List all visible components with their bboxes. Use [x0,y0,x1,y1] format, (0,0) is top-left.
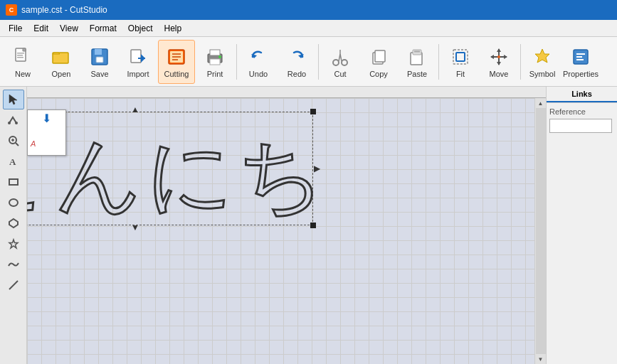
cut-button[interactable]: Cut [322,40,359,84]
svg-marker-56 [9,219,18,228]
fit-icon [449,46,472,68]
tool-zoom[interactable] [3,131,24,151]
svg-rect-54 [9,179,18,185]
svg-line-50 [16,143,19,146]
page-thumbnail: ⬇ A [27,109,66,156]
save-label: Save [90,70,108,78]
left-toolbar: A [0,87,27,364]
open-button[interactable]: Open [43,40,80,84]
symbol-label: Symbol [529,70,556,78]
tool-wave[interactable] [3,255,24,274]
properties-icon [569,46,592,68]
menu-help[interactable]: Help [159,21,188,36]
fit-label: Fit [456,70,465,78]
cut-icon [329,46,352,68]
svg-marker-46 [9,95,17,105]
svg-marker-36 [497,48,501,52]
svg-marker-39 [504,55,507,59]
paste-icon [406,46,428,68]
svg-marker-37 [497,62,501,65]
print-label: Print [207,70,223,78]
copy-button[interactable]: Copy [360,40,397,84]
rp-reference-input[interactable] [549,119,612,133]
svg-point-19 [218,55,221,58]
cutting-button[interactable]: Cutting [158,40,195,84]
new-button[interactable]: New [4,40,41,84]
right-panel-content: Reference [547,103,617,137]
sep4 [520,44,521,80]
rp-reference-label: Reference [549,107,614,116]
svg-rect-8 [131,50,141,63]
toolbar: New Open Save Import Cut [0,37,617,87]
window-title: sample.cst - CutStudio [21,5,107,15]
svg-rect-1 [17,53,24,54]
tool-star[interactable] [3,234,24,254]
paste-button[interactable]: Paste [399,40,436,84]
save-button[interactable]: Save [81,40,118,84]
svg-point-47 [8,122,11,124]
menu-object[interactable]: Object [122,21,159,36]
svg-point-55 [9,199,18,206]
copy-label: Copy [369,70,388,78]
symbol-button[interactable]: Symbol [524,40,561,84]
new-label: New [15,70,31,78]
menu-view[interactable]: View [54,21,84,36]
handle-br[interactable] [310,223,316,228]
properties-label: Properties [563,70,598,78]
vertical-scrollbar[interactable]: ▲ ▼ [534,98,546,364]
tool-node[interactable] [3,110,24,130]
jp-text-container: ▲ ▼ ◀ ▶ こんにちは [27,105,320,232]
svg-rect-3 [17,57,23,58]
arrow-right[interactable]: ▶ [314,164,320,173]
move-icon [487,46,510,68]
undo-button[interactable]: Undo [240,40,277,84]
import-label: Import [127,70,149,78]
tab-links[interactable]: Links [547,87,617,102]
thumb-arrow: ⬇ [42,112,51,125]
fit-button[interactable]: Fit [442,40,479,84]
svg-text:こんにちは: こんにちは [27,127,313,222]
save-icon [88,46,111,68]
redo-label: Redo [288,70,306,78]
scroll-down[interactable]: ▼ [536,354,546,364]
redo-button[interactable]: Redo [278,40,315,84]
tool-text[interactable]: A [3,151,24,171]
svg-point-48 [15,122,18,124]
scroll-track [536,108,546,354]
sep1 [236,44,237,80]
import-icon [127,46,149,68]
tool-line[interactable] [3,275,24,295]
svg-line-25 [340,54,342,61]
svg-marker-41 [535,49,549,63]
menu-format[interactable]: Format [84,21,122,36]
svg-point-23 [342,60,347,65]
japanese-text-svg: こんにちは [27,112,313,225]
properties-button[interactable]: Properties [562,40,599,84]
arrow-bottom[interactable]: ▼ [131,223,139,232]
print-icon [204,46,226,68]
svg-line-58 [9,281,18,289]
import-button[interactable]: Import [120,40,157,84]
sep3 [438,44,439,80]
handle-tr[interactable] [310,109,316,114]
thumb-text: A [31,139,36,148]
move-label: Move [490,70,509,78]
scroll-up[interactable]: ▲ [536,98,546,108]
menu-file[interactable]: File [3,21,28,36]
move-button[interactable]: Move [480,40,517,84]
paste-label: Paste [407,70,427,78]
tool-ellipse[interactable] [3,193,24,213]
tool-rect[interactable] [3,172,24,192]
right-panel-tabs: Links [547,87,617,103]
canvas-area: ⬇ A ▲ ▼ ◀ [27,87,546,364]
print-button[interactable]: Print [196,40,233,84]
svg-rect-18 [210,59,220,65]
cutting-label: Cutting [164,70,189,78]
svg-point-22 [333,60,339,65]
svg-marker-38 [490,55,494,59]
symbol-icon [531,46,554,68]
arrow-top[interactable]: ▲ [131,105,139,114]
menu-edit[interactable]: Edit [28,21,54,36]
tool-select[interactable] [3,90,24,109]
tool-polygon[interactable] [3,213,24,233]
